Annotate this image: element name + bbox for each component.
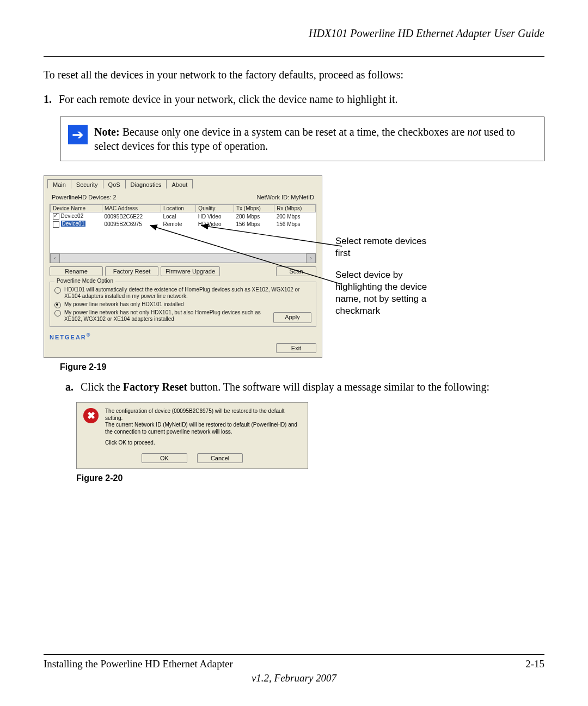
network-id-label: NetWork ID: MyNetID xyxy=(256,194,314,200)
footer-left: Installing the Powerline HD Ethernet Ada… xyxy=(44,658,233,670)
checkbox-icon[interactable] xyxy=(53,213,59,220)
callout-text: Select device by highlighting the device… xyxy=(335,269,439,317)
firmware-upgrade-button[interactable]: Firmware Upgrade xyxy=(161,266,220,276)
tab-strip: Main Security QoS Diagnostics About xyxy=(44,176,322,188)
callout-text: Select remote devices first xyxy=(335,235,439,259)
note-box: ➔ Note: Because only one device in a sys… xyxy=(60,117,544,161)
factory-reset-button[interactable]: Factory Reset xyxy=(105,266,158,276)
cancel-button[interactable]: Cancel xyxy=(197,453,243,463)
figure-caption: Figure 2-19 xyxy=(60,362,544,372)
chevron-left-icon[interactable]: ‹ xyxy=(50,253,60,263)
dialog-text: The configuration of device (00095B2C697… xyxy=(105,408,301,447)
radio-label: HDX101 will automatically detect the exi… xyxy=(64,287,311,300)
chevron-right-icon[interactable]: › xyxy=(306,253,316,263)
netgear-logo: NETGEAR® xyxy=(44,330,322,343)
note-text: Note: Because only one device in a syste… xyxy=(94,125,535,153)
table-header: Device NameMAC AddressLocationQualityTx … xyxy=(51,205,316,212)
mode-option-group: Powerline Mode Option HDX101 will automa… xyxy=(50,282,316,327)
rename-button[interactable]: Rename xyxy=(50,266,103,276)
ok-button[interactable]: OK xyxy=(142,453,187,463)
error-icon: ✖ xyxy=(83,408,99,423)
radio-label: My power line network has not only HDX10… xyxy=(64,309,270,323)
checkbox-icon[interactable] xyxy=(53,221,59,228)
page-number: 2-15 xyxy=(525,658,544,670)
radio-icon[interactable] xyxy=(54,287,61,294)
tab-security[interactable]: Security xyxy=(71,179,103,188)
apply-button[interactable]: Apply xyxy=(273,312,311,323)
header-rule xyxy=(44,56,544,57)
footer-rule xyxy=(44,654,544,655)
step-number: 1. xyxy=(44,93,59,106)
table-row[interactable]: Device01 00095B2C6975 Remote HD Video 15… xyxy=(51,220,316,228)
tab-about[interactable]: About xyxy=(166,179,193,188)
note-label: Note: xyxy=(94,126,120,138)
arrow-right-icon: ➔ xyxy=(68,125,88,144)
footer-version: v1.2, February 2007 xyxy=(44,672,544,684)
exit-button[interactable]: Exit xyxy=(276,343,316,353)
substep-label: a. xyxy=(65,381,81,393)
dialog-screenshot: ✖ The configuration of device (00095B2C6… xyxy=(76,402,308,469)
radio-icon[interactable] xyxy=(54,310,61,317)
substep-text: Click the Factory Reset button. The soft… xyxy=(81,381,489,393)
mode-option-title: Powerline Mode Option xyxy=(54,278,115,284)
figure-caption: Figure 2-20 xyxy=(76,473,544,483)
tab-main[interactable]: Main xyxy=(47,179,71,188)
intro-text: To reset all the devices in your network… xyxy=(44,68,544,82)
table-row[interactable]: Device02 00095B2C6E22 Local HD Video 200… xyxy=(51,212,316,221)
scan-button[interactable]: Scan xyxy=(276,266,316,276)
app-screenshot: Main Security QoS Diagnostics About Powe… xyxy=(44,175,322,358)
device-table[interactable]: Device NameMAC AddressLocationQualityTx … xyxy=(50,204,316,263)
horizontal-scrollbar[interactable]: ‹ › xyxy=(50,253,316,263)
radio-label: My power line network has only HDX101 in… xyxy=(64,301,184,308)
step-text: For each remote device in your network, … xyxy=(59,93,544,106)
tab-qos[interactable]: QoS xyxy=(103,179,126,188)
tab-diagnostics[interactable]: Diagnostics xyxy=(125,179,167,188)
radio-icon[interactable] xyxy=(54,302,61,308)
doc-title: HDX101 Powerline HD Ethernet Adapter Use… xyxy=(44,27,544,40)
device-count-label: PowerlineHD Devices: 2 xyxy=(52,194,117,200)
